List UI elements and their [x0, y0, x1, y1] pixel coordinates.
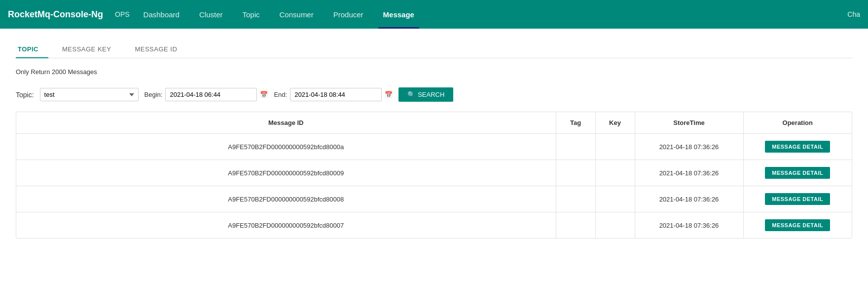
cell-message-id: A9FE570B2FD000000000592bfcd80009 [16, 160, 556, 186]
cell-tag [556, 134, 595, 160]
cell-key [595, 212, 635, 239]
col-message-id: Message ID [16, 112, 556, 134]
nav-item-topic[interactable]: Topic [232, 0, 269, 29]
table-row: A9FE570B2FD000000000592bfcd80008 2021-04… [16, 186, 852, 212]
navbar-right: Cha [847, 10, 860, 18]
topic-label: Topic: [16, 91, 34, 99]
cell-tag [556, 212, 595, 239]
message-detail-button[interactable]: MESSAGE DETAIL [765, 141, 830, 153]
nav-item-producer[interactable]: Producer [324, 0, 373, 29]
cell-operation: MESSAGE DETAIL [743, 186, 852, 212]
begin-label: Begin: [145, 91, 163, 98]
tab-bar: TOPIC MESSAGE KEY MESSAGE ID [16, 40, 852, 58]
cell-store-time: 2021-04-18 07:36:26 [635, 212, 743, 239]
cell-operation: MESSAGE DETAIL [743, 160, 852, 186]
nav-item-consumer[interactable]: Consumer [270, 0, 324, 29]
tab-message-id[interactable]: MESSAGE ID [133, 40, 187, 58]
navbar: RocketMq-Console-Ng OPS Dashboard Cluste… [0, 0, 868, 29]
message-detail-button[interactable]: MESSAGE DETAIL [765, 167, 830, 179]
nav-item-dashboard[interactable]: Dashboard [134, 0, 189, 29]
main-content: TOPIC MESSAGE KEY MESSAGE ID Only Return… [0, 29, 868, 250]
col-tag: Tag [556, 112, 595, 134]
message-detail-button[interactable]: MESSAGE DETAIL [765, 219, 830, 231]
cell-key [595, 186, 635, 212]
end-date-input[interactable] [290, 88, 382, 101]
col-operation: Operation [743, 112, 852, 134]
topic-select[interactable]: test [40, 88, 139, 101]
cell-tag [556, 160, 595, 186]
search-button[interactable]: 🔍 SEARCH [398, 87, 453, 102]
begin-date-input[interactable] [165, 88, 257, 101]
begin-calendar-icon[interactable]: 📅 [260, 91, 268, 98]
end-group: End: 📅 [274, 88, 393, 101]
notice-text: Only Return 2000 Messages [16, 68, 852, 76]
end-label: End: [274, 91, 287, 98]
col-key: Key [595, 112, 635, 134]
cell-store-time: 2021-04-18 07:36:26 [635, 134, 743, 160]
search-icon: 🔍 [407, 91, 415, 98]
cell-operation: MESSAGE DETAIL [743, 134, 852, 160]
tab-message-key[interactable]: MESSAGE KEY [60, 40, 121, 58]
cell-key [595, 134, 635, 160]
cell-message-id: A9FE570B2FD000000000592bfcd80007 [16, 212, 556, 239]
cell-store-time: 2021-04-18 07:36:26 [635, 186, 743, 212]
nav-item-cluster[interactable]: Cluster [189, 0, 233, 29]
message-detail-button[interactable]: MESSAGE DETAIL [765, 193, 830, 205]
table-row: A9FE570B2FD000000000592bfcd80009 2021-04… [16, 160, 852, 186]
tab-topic[interactable]: TOPIC [16, 40, 48, 58]
app-brand: RocketMq-Console-Ng [8, 9, 103, 20]
cell-key [595, 160, 635, 186]
cell-tag [556, 186, 595, 212]
begin-group: Begin: 📅 [145, 88, 268, 101]
cell-message-id: A9FE570B2FD000000000592bfcd80008 [16, 186, 556, 212]
table-row: A9FE570B2FD000000000592bfcd8000a 2021-04… [16, 134, 852, 160]
nav-item-message[interactable]: Message [373, 0, 424, 29]
message-table: Message ID Tag Key StoreTime Operation [16, 112, 852, 238]
filter-row: Topic: test Begin: 📅 End: 📅 🔍 SEARCH [16, 87, 852, 102]
end-calendar-icon[interactable]: 📅 [385, 91, 393, 98]
cell-message-id: A9FE570B2FD000000000592bfcd8000a [16, 134, 556, 160]
table-row: A9FE570B2FD000000000592bfcd80007 2021-04… [16, 212, 852, 239]
cell-operation: MESSAGE DETAIL [743, 212, 852, 239]
table-header-row: Message ID Tag Key StoreTime Operation [16, 112, 852, 134]
search-label: SEARCH [418, 91, 444, 98]
nav-items: Dashboard Cluster Topic Consumer Produce… [134, 0, 424, 29]
ops-label: OPS [115, 10, 130, 18]
message-table-wrap: Message ID Tag Key StoreTime Operation [16, 112, 852, 239]
cell-store-time: 2021-04-18 07:36:26 [635, 160, 743, 186]
col-store-time: StoreTime [635, 112, 743, 134]
